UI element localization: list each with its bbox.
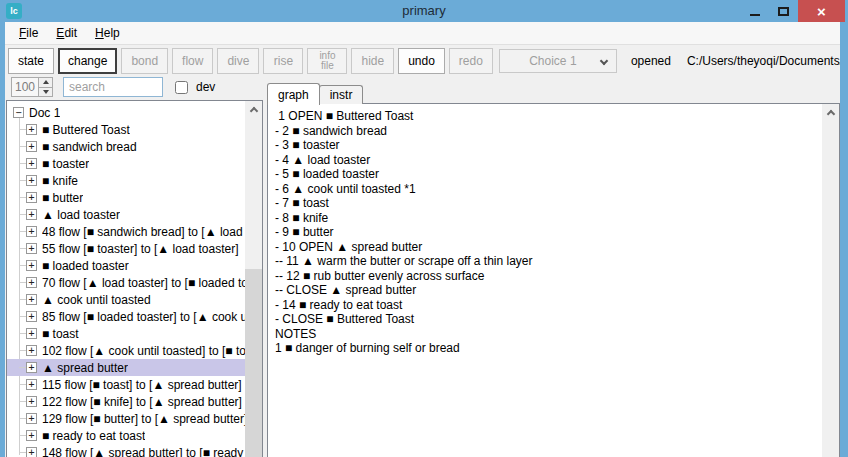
expander-icon[interactable]: +: [26, 328, 37, 339]
tree-item[interactable]: + 85 flow [■ loaded toaster] to [▲ cook …: [7, 308, 245, 325]
instructions-panel: 1 OPEN ■ Buttered Toast - 2 ■ sandwich b…: [267, 103, 840, 457]
expander-icon[interactable]: +: [26, 362, 37, 373]
maximize-button[interactable]: [769, 0, 798, 22]
tree-item[interactable]: − Doc 1: [7, 104, 245, 121]
toolbar-button[interactable]: change: [58, 48, 117, 74]
expander-icon[interactable]: −: [13, 107, 24, 118]
expander-icon[interactable]: +: [26, 447, 37, 457]
instruction-line: - 3 ■ toaster: [275, 138, 822, 153]
expander-icon[interactable]: +: [26, 294, 37, 305]
expander-icon[interactable]: +: [26, 311, 37, 322]
tree-item[interactable]: + 129 flow [■ butter] to [▲ spread butte…: [7, 410, 245, 427]
scroll-up-button[interactable]: [245, 101, 262, 117]
spin-down-button[interactable]: [38, 87, 53, 98]
tree-item[interactable]: + 115 flow [■ toast] to [▲ spread butter…: [7, 376, 245, 393]
expander-icon[interactable]: +: [26, 260, 37, 271]
spin-down-icon: [43, 90, 49, 94]
expander-icon[interactable]: +: [26, 379, 37, 390]
tree-item[interactable]: + 148 flow [▲ spread butter] to [■ ready…: [7, 444, 245, 457]
tree-item[interactable]: + ■ butter: [7, 189, 245, 206]
instruction-line: - 7 ■ toast: [275, 196, 822, 211]
tree-scrollbar[interactable]: [245, 101, 262, 457]
client-area: File Edit Help state change bond flow di…: [5, 22, 840, 457]
tree-item[interactable]: + ■ sandwich bread: [7, 138, 245, 155]
minimize-button[interactable]: [740, 0, 769, 22]
tree-item-label: 148 flow [▲ spread butter] to [■ ready t…: [42, 446, 245, 457]
tree-item-label: 55 flow [■ toaster] to [▲ load toaster]: [42, 242, 239, 256]
tree-item[interactable]: + ■ toaster: [7, 155, 245, 172]
window-title: primary: [0, 3, 848, 18]
expander-icon[interactable]: +: [26, 413, 37, 424]
toolbar-button[interactable]: bond: [121, 48, 168, 74]
tree-item-label: ▲ spread butter: [42, 361, 128, 375]
tree-item[interactable]: + 122 flow [■ knife] to [▲ spread butter…: [7, 393, 245, 410]
tree-item[interactable]: + 102 flow [▲ cook until toasted] to [■ …: [7, 342, 245, 359]
tree-item[interactable]: + ▲ load toaster: [7, 206, 245, 223]
toolbar-button[interactable]: rise: [263, 48, 303, 74]
instruction-line: -- 12 ■ rub butter evenly across surface: [275, 269, 822, 284]
toolbar-button[interactable]: dive: [217, 48, 259, 74]
instruction-line: NOTES: [275, 327, 822, 342]
expander-icon[interactable]: +: [26, 277, 37, 288]
expander-icon[interactable]: +: [26, 396, 37, 407]
toolbar-button[interactable]: redo: [449, 48, 493, 74]
instruction-line: - 5 ■ loaded toaster: [275, 167, 822, 182]
dev-checkbox-label: dev: [196, 80, 215, 94]
toolbar-button[interactable]: flow: [172, 48, 213, 74]
expander-icon[interactable]: +: [26, 243, 37, 254]
number-input[interactable]: [11, 77, 39, 97]
choice-select-value: Choice 1: [529, 54, 576, 68]
instructions-scrollbar[interactable]: [822, 104, 839, 457]
close-button[interactable]: ×: [798, 0, 845, 22]
instruction-line: -- CLOSE ▲ spread butter: [275, 283, 822, 298]
menu-mnemonic: E: [56, 26, 64, 40]
expander-icon[interactable]: +: [26, 175, 37, 186]
scrollbar-thumb[interactable]: [245, 269, 262, 457]
minimize-icon: [750, 14, 760, 16]
menu-item[interactable]: Help: [86, 22, 129, 44]
tree-item-label: 48 flow [■ sandwich bread] to [▲ load to…: [42, 225, 245, 239]
close-icon: ×: [817, 4, 826, 19]
menu-item[interactable]: File: [10, 22, 47, 44]
tree-item-label: ■ ready to eat toast: [42, 429, 145, 443]
menu-item[interactable]: Edit: [47, 22, 86, 44]
dev-checkbox[interactable]: [175, 81, 188, 94]
instruction-line: -- 11 ▲ warm the butter or scrape off a …: [275, 254, 822, 269]
tree-item[interactable]: + 55 flow [■ toaster] to [▲ load toaster…: [7, 240, 245, 257]
tree-item-label: 70 flow [▲ load toaster] to [■ loaded to…: [42, 276, 245, 290]
tree-item[interactable]: + ■ Buttered Toast: [7, 121, 245, 138]
expander-icon[interactable]: +: [26, 430, 37, 441]
tree-item[interactable]: + ■ ready to eat toast: [7, 427, 245, 444]
toolbar-button[interactable]: state: [8, 48, 54, 74]
expander-icon[interactable]: +: [26, 226, 37, 237]
tab[interactable]: instr: [319, 85, 364, 104]
window-controls: ×: [740, 0, 845, 22]
menu-mnemonic: H: [95, 26, 104, 40]
expander-icon[interactable]: +: [26, 141, 37, 152]
expander-icon[interactable]: +: [26, 209, 37, 220]
tree-item[interactable]: + 48 flow [■ sandwich bread] to [▲ load …: [7, 223, 245, 240]
toolbar-button[interactable]: undo: [398, 48, 445, 74]
expander-icon[interactable]: +: [26, 192, 37, 203]
tree-item[interactable]: + ▲ cook until toasted: [7, 291, 245, 308]
expander-icon[interactable]: +: [26, 345, 37, 356]
tree-item[interactable]: + 70 flow [▲ load toaster] to [■ loaded …: [7, 274, 245, 291]
choice-select[interactable]: Choice 1: [499, 49, 617, 73]
menu-label: dit: [64, 26, 77, 40]
toolbar-button[interactable]: info file: [307, 48, 347, 74]
tree-item[interactable]: + ▲ spread butter: [7, 359, 245, 376]
tree-item-label: 85 flow [■ loaded toaster] to [▲ cook un…: [42, 310, 245, 324]
tree-item[interactable]: + ■ loaded toaster: [7, 257, 245, 274]
instruction-line: - 9 ■ butter: [275, 225, 822, 240]
tree-item-label: 122 flow [■ knife] to [▲ spread butter]: [42, 395, 242, 409]
tree-item[interactable]: + ■ toast: [7, 325, 245, 342]
expander-icon[interactable]: +: [26, 124, 37, 135]
instruction-line: 1 OPEN ■ Buttered Toast: [275, 109, 822, 124]
tree-item[interactable]: + ■ knife: [7, 172, 245, 189]
search-input[interactable]: [63, 77, 163, 97]
tab[interactable]: graph: [267, 83, 320, 105]
toolbar-button[interactable]: hide: [351, 48, 394, 74]
menu-mnemonic: F: [19, 26, 26, 40]
expander-icon[interactable]: +: [26, 158, 37, 169]
scroll-up-button[interactable]: [822, 104, 839, 120]
